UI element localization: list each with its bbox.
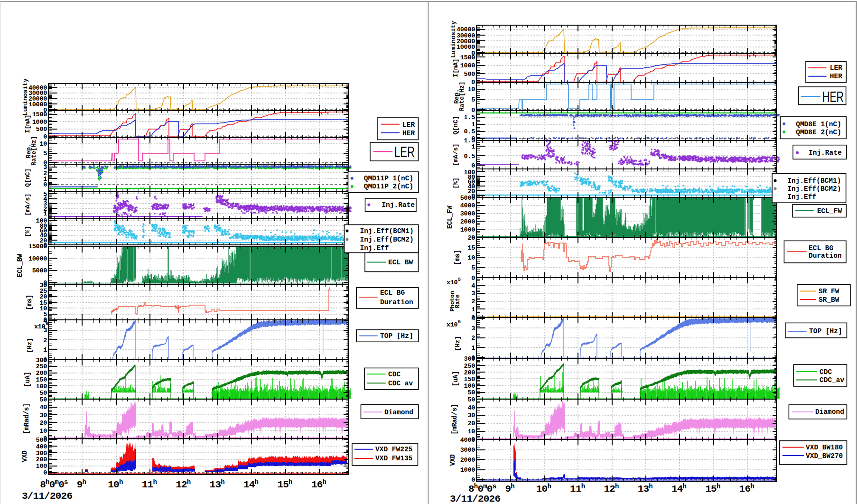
svg-text:300: 300 <box>36 450 47 457</box>
svg-text:1: 1 <box>471 345 475 352</box>
svg-text:4000: 4000 <box>460 437 475 444</box>
svg-text:2: 2 <box>471 298 475 305</box>
svg-text:10000: 10000 <box>28 255 47 262</box>
svg-text:3/11/2026: 3/11/2026 <box>450 494 500 504</box>
svg-text:10: 10 <box>39 140 47 148</box>
svg-text:3000: 3000 <box>460 447 475 454</box>
svg-text:QMD11P_1(nC): QMD11P_1(nC) <box>364 175 413 182</box>
svg-text:Q[nC]: Q[nC] <box>24 168 31 187</box>
svg-text:8h0m0s: 8h0m0s <box>468 483 496 495</box>
svg-text:VXD_BW270: VXD_BW270 <box>806 452 843 460</box>
svg-text:150: 150 <box>464 376 475 383</box>
svg-text:[mA/s]: [mA/s] <box>452 144 459 166</box>
svg-text:SR_BW: SR_BW <box>819 296 839 304</box>
svg-text:0: 0 <box>43 181 47 188</box>
svg-text:VXD_FW225: VXD_FW225 <box>375 446 412 453</box>
svg-text:200: 200 <box>36 456 47 463</box>
svg-text:100: 100 <box>36 383 47 390</box>
svg-text:Inj.Eff(BCM1): Inj.Eff(BCM1) <box>360 227 414 235</box>
svg-text:500: 500 <box>36 126 47 133</box>
svg-text:15: 15 <box>467 244 475 252</box>
svg-text:QMD11P_2(nC): QMD11P_2(nC) <box>364 183 413 190</box>
svg-text:Duration: Duration <box>809 252 842 260</box>
svg-text:Diamond: Diamond <box>384 409 413 416</box>
svg-text:[uA]: [uA] <box>452 371 459 386</box>
svg-text:4: 4 <box>471 315 475 322</box>
svg-text:Inj.Eff(BCM2): Inj.Eff(BCM2) <box>787 185 841 193</box>
svg-text:0: 0 <box>471 275 475 282</box>
svg-text:300: 300 <box>464 355 475 363</box>
svg-text:5: 5 <box>471 264 475 271</box>
svg-text:5: 5 <box>471 96 475 103</box>
svg-text:3: 3 <box>471 325 475 332</box>
svg-text:I[mA]: I[mA] <box>452 59 459 77</box>
svg-text:LER: LER <box>394 144 415 160</box>
svg-text:500: 500 <box>36 437 47 444</box>
svg-text:[uA]: [uA] <box>24 372 31 387</box>
svg-text:10: 10 <box>467 86 475 93</box>
svg-text:[mRad/s]: [mRad/s] <box>23 403 30 434</box>
svg-text:150: 150 <box>36 376 47 383</box>
svg-text:3000: 3000 <box>460 210 475 217</box>
svg-text:1: 1 <box>471 121 475 128</box>
svg-text:4000: 4000 <box>460 202 475 209</box>
svg-text:[mRad/s]: [mRad/s] <box>451 404 458 435</box>
svg-text:4: 4 <box>471 282 475 289</box>
svg-text:0.5: 0.5 <box>464 128 475 135</box>
svg-text:Inj.Eff(BCM1): Inj.Eff(BCM1) <box>787 177 841 185</box>
svg-text:VXD_FW135: VXD_FW135 <box>375 455 412 462</box>
svg-text:x10: x10 <box>447 279 458 286</box>
svg-text:30: 30 <box>467 412 475 419</box>
svg-text:200: 200 <box>464 369 475 376</box>
svg-text:20: 20 <box>39 420 47 427</box>
svg-text:CDC_av: CDC_av <box>820 376 845 384</box>
svg-text:2000: 2000 <box>460 457 475 464</box>
svg-text:1500: 1500 <box>460 54 475 61</box>
svg-text:5: 5 <box>458 277 461 282</box>
svg-text:ECL_BW: ECL_BW <box>16 253 24 277</box>
svg-text:[%]: [%] <box>24 226 31 237</box>
svg-text:0: 0 <box>471 107 475 114</box>
svg-text:300: 300 <box>36 357 47 364</box>
svg-text:1000: 1000 <box>32 119 47 126</box>
svg-text:ECL_FW: ECL_FW <box>446 205 454 229</box>
svg-text:0: 0 <box>471 162 475 169</box>
svg-text:1: 1 <box>471 306 475 313</box>
svg-text:20: 20 <box>467 420 475 427</box>
svg-text:200: 200 <box>36 370 47 377</box>
svg-text:Rate[Hz]: Rate[Hz] <box>30 136 37 166</box>
svg-text:CDC_av: CDC_av <box>388 380 413 387</box>
svg-text:50: 50 <box>467 396 475 403</box>
svg-text:3: 3 <box>471 290 475 297</box>
svg-text:1: 1 <box>43 346 47 354</box>
svg-text:Rate[Hz]: Rate[Hz] <box>458 82 466 111</box>
svg-text:1: 1 <box>471 143 475 150</box>
svg-text:10: 10 <box>467 254 475 261</box>
svg-text:40: 40 <box>39 404 47 411</box>
svg-text:50: 50 <box>39 396 47 403</box>
svg-text:CDC: CDC <box>388 371 401 378</box>
svg-text:0.5: 0.5 <box>464 153 475 160</box>
svg-text:5: 5 <box>43 150 47 157</box>
svg-text:3/11/2026: 3/11/2026 <box>22 491 72 502</box>
svg-text:400: 400 <box>36 443 47 450</box>
svg-text:500: 500 <box>464 71 475 78</box>
svg-text:0: 0 <box>43 469 47 476</box>
svg-text:50: 50 <box>39 390 47 397</box>
svg-text:1000: 1000 <box>460 226 475 233</box>
svg-text:2: 2 <box>471 335 475 342</box>
svg-text:30: 30 <box>39 412 47 419</box>
svg-text:QMD8E_1(nC): QMD8E_1(nC) <box>796 121 841 128</box>
svg-text:TOP [Hz]: TOP [Hz] <box>380 332 413 340</box>
svg-text:VXD_BW180: VXD_BW180 <box>806 444 843 451</box>
svg-text:5000: 5000 <box>32 267 47 274</box>
svg-text:40: 40 <box>467 404 475 411</box>
svg-text:1500: 1500 <box>32 111 47 118</box>
svg-text:100: 100 <box>36 463 47 470</box>
svg-text:10: 10 <box>39 428 47 435</box>
svg-text:250: 250 <box>36 363 47 370</box>
svg-text:Q[nC]: Q[nC] <box>452 116 459 135</box>
svg-text:2: 2 <box>43 337 47 344</box>
svg-text:LER: LER <box>830 64 842 72</box>
svg-text:6: 6 <box>46 321 48 327</box>
